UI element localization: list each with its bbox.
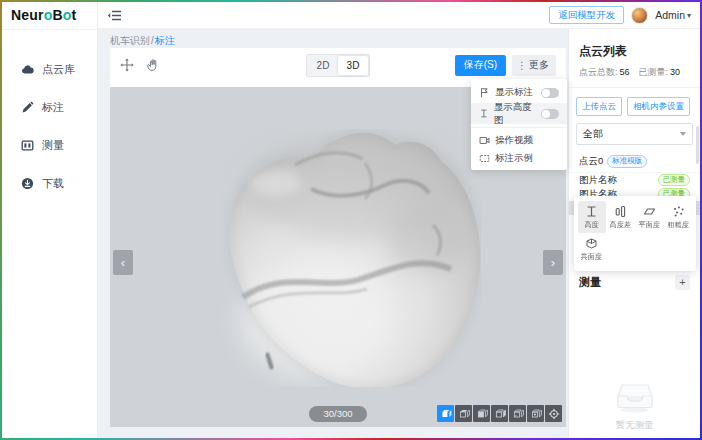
menu-item-annotation-example[interactable]: 标注示例 [471, 149, 567, 167]
avatar[interactable] [631, 7, 648, 24]
locate-crosshair-button[interactable] [545, 405, 562, 422]
view-cube-solid-button[interactable] [437, 405, 454, 422]
app-window: NeuroBot 点云库 标注 测量 下载 返回模型开发 [2, 2, 700, 438]
cloud-icon [21, 63, 34, 76]
chevron-down-icon: ▾ [687, 11, 691, 20]
previous-image-button[interactable]: ‹ [113, 250, 133, 275]
view-cube-toolbar [437, 405, 562, 422]
sidebar-item-download[interactable]: 下载 [2, 164, 97, 202]
view-cube-right-button[interactable] [509, 405, 526, 422]
pointcloud-name: 点云0 [579, 155, 603, 168]
gear-icon: o [63, 7, 72, 23]
measure-section-header: 测量 + [569, 275, 700, 290]
sidebar-item-label: 点云库 [42, 62, 75, 77]
example-frame-icon [479, 153, 490, 164]
menu-item-tutorial-video[interactable]: 操作视频 [471, 131, 567, 149]
sidebar: NeuroBot 点云库 标注 测量 下载 [2, 2, 98, 438]
hand-pan-icon[interactable] [146, 58, 160, 72]
logo-text: Neur [11, 7, 44, 23]
tooth-3d-model[interactable] [215, 129, 481, 387]
view-cube-back-button[interactable] [527, 405, 544, 422]
topbar-right: 返回模型开发 Admin▾ [549, 6, 691, 24]
mode-3d-button[interactable]: 3D [338, 56, 368, 75]
app-logo: NeuroBot [2, 2, 97, 30]
view-cube-left-button[interactable] [491, 405, 508, 422]
mode-2d-button[interactable]: 2D [308, 56, 338, 75]
breadcrumb-separator: / [151, 35, 154, 46]
camera-intrinsics-button[interactable]: 相机内参设置 [627, 97, 690, 116]
back-to-model-dev-button[interactable]: 返回模型开发 [549, 6, 624, 24]
user-menu[interactable]: Admin▾ [655, 9, 691, 21]
logo-text: t [72, 7, 77, 23]
pointcloud-panel: 点云列表 点云总数:56 已测量:30 上传点云 相机内参设置 全部 点云0 标… [568, 29, 700, 438]
save-button[interactable]: 保存(S) [455, 55, 506, 76]
measure-tools-popup: 高度 高度差 平面度 粗糙度 共面度 [574, 196, 696, 271]
download-icon [21, 177, 34, 190]
view-cube-top-button[interactable] [455, 405, 472, 422]
tool-height[interactable]: 高度 [578, 201, 606, 233]
next-image-button[interactable]: › [543, 250, 563, 275]
logo-text: B [52, 7, 62, 23]
filter-value: 全部 [583, 127, 603, 141]
pen-icon [21, 101, 34, 114]
tool-roughness[interactable]: 粗糙度 [665, 201, 693, 233]
menu-item-label: 显示高度图 [494, 101, 536, 127]
coplanarity-tool-icon [585, 237, 598, 250]
tool-flatness[interactable]: 平面度 [636, 201, 664, 233]
add-measure-button[interactable]: + [675, 275, 690, 290]
panel-stats: 点云总数:56 已测量:30 [569, 60, 700, 88]
breadcrumb-section[interactable]: 机车识别 [110, 35, 150, 46]
menu-item-label: 操作视频 [495, 134, 533, 147]
more-button[interactable]: ⋮更多 [512, 55, 556, 76]
image-list-item[interactable]: 图片名称 已测量 [569, 173, 700, 187]
filter-select[interactable]: 全部 [576, 123, 693, 145]
height-tool-icon [585, 205, 598, 218]
vertical-dots-icon: ⋮ [517, 60, 527, 71]
more-label: 更多 [529, 58, 549, 72]
sidebar-item-measure[interactable]: 测量 [2, 126, 97, 164]
roughness-tool-icon [672, 205, 685, 218]
sidebar-item-label: 标注 [42, 100, 64, 115]
total-count: 点云总数:56 [579, 66, 630, 79]
more-dropdown-menu: 显示标注 显示高度图 操作视频 标注示例 [471, 79, 567, 170]
user-name: Admin [655, 9, 685, 21]
sidebar-item-label: 测量 [42, 138, 64, 153]
tool-height-difference[interactable]: 高度差 [607, 201, 635, 233]
chevron-down-icon [680, 132, 686, 136]
empty-text: 暂无测量 [569, 419, 700, 432]
view-mode-switch: 2D 3D [306, 54, 370, 77]
upload-pointcloud-button[interactable]: 上传点云 [576, 97, 622, 116]
sidebar-item-pointcloud-library[interactable]: 点云库 [2, 50, 97, 88]
empty-inbox-icon [614, 382, 656, 414]
sidebar-item-annotate[interactable]: 标注 [2, 88, 97, 126]
measure-icon [21, 139, 34, 152]
tool-label: 高度差 [610, 220, 631, 230]
canvas-tools [120, 58, 160, 72]
menu-item-show-heightmap[interactable]: 显示高度图 [471, 103, 567, 124]
height-difference-tool-icon [614, 205, 627, 218]
pagination-indicator: 30/300 [309, 406, 367, 422]
show-heightmap-toggle-off[interactable] [541, 109, 559, 119]
pointcloud-group-header[interactable]: 点云0 标准模版 [569, 152, 700, 173]
panel-buttons: 上传点云 相机内参设置 [569, 88, 700, 123]
panel-title: 点云列表 [569, 43, 700, 60]
status-badge-measured: 已测量 [658, 174, 691, 186]
view-cube-front-button[interactable] [473, 405, 490, 422]
tool-label: 高度 [584, 220, 598, 230]
show-annotations-toggle-off[interactable] [541, 88, 559, 98]
height-ibeam-icon [479, 108, 489, 119]
menu-item-label: 显示标注 [495, 86, 533, 99]
collapse-menu-icon[interactable] [107, 9, 122, 22]
tool-label: 共面度 [581, 252, 602, 262]
toolbar-actions: 保存(S) ⋮更多 [455, 55, 556, 76]
scrollbar-thumb[interactable] [696, 126, 699, 164]
viewer-toolbar: 2D 3D 保存(S) ⋮更多 [110, 48, 566, 82]
tool-coplanarity[interactable]: 共面度 [578, 233, 606, 265]
menu-divider [471, 127, 567, 128]
template-badge: 标准模版 [607, 155, 647, 168]
main-area: 机车识别/标注 2D 3D 保存(S) ⋮更多 [98, 29, 568, 438]
flag-icon [479, 87, 490, 98]
rotate-move-icon[interactable] [120, 58, 134, 72]
sidebar-nav: 点云库 标注 测量 下载 [2, 30, 97, 202]
menu-item-label: 标注示例 [495, 152, 533, 165]
